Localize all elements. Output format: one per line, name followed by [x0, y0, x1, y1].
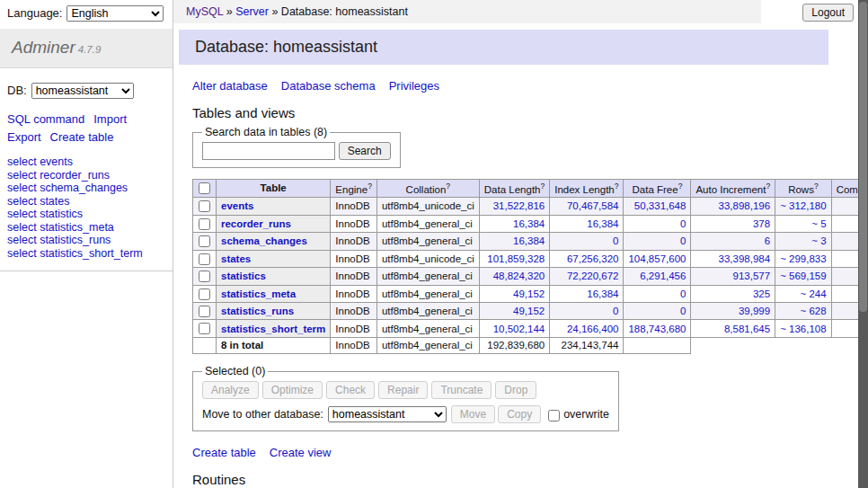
data-length-link[interactable]: 49,152: [513, 306, 545, 316]
repair-button[interactable]: Repair: [378, 381, 428, 399]
brand-version[interactable]: 4.7.9: [78, 44, 102, 55]
data-free-link[interactable]: 0: [680, 306, 686, 316]
brand-name[interactable]: Adminer: [12, 38, 75, 57]
sql-command-link[interactable]: SQL command: [7, 112, 84, 126]
drop-button[interactable]: Drop: [495, 381, 536, 399]
data-free-link[interactable]: 0: [680, 288, 686, 299]
select-link-statistics_meta[interactable]: select: [7, 221, 37, 234]
rows-count-link[interactable]: ~ 5: [811, 218, 826, 229]
auto-increment-link[interactable]: 33,398,984: [719, 253, 771, 264]
data-free-link[interactable]: 0: [680, 235, 686, 246]
privileges-link[interactable]: Privileges: [389, 79, 439, 93]
row-checkbox-schema_changes[interactable]: [199, 235, 210, 247]
move-db-select[interactable]: homeassistant: [328, 406, 447, 422]
data-length-link[interactable]: 101,859,328: [487, 253, 545, 264]
index-length-link[interactable]: 70,467,584: [567, 200, 619, 211]
index-length-link[interactable]: 24,166,400: [567, 324, 619, 334]
table-link-states[interactable]: states: [40, 195, 69, 208]
row-checkbox-events[interactable]: [199, 200, 210, 212]
table-link-statistics_meta[interactable]: statistics_meta: [40, 221, 114, 234]
help-sup[interactable]: ?: [368, 182, 372, 191]
optimize-button[interactable]: Optimize: [262, 381, 323, 399]
data-free-link[interactable]: 6,291,456: [640, 271, 686, 281]
select-link-events[interactable]: select: [7, 155, 37, 168]
scrollbar-thumb[interactable]: [859, 2, 867, 312]
index-length-link[interactable]: 16,384: [587, 218, 618, 229]
create-view-link[interactable]: Create view: [270, 446, 332, 459]
rows-count-link[interactable]: ~ 312,180: [780, 200, 826, 211]
table-link-events[interactable]: events: [40, 155, 73, 168]
select-link-schema_changes[interactable]: select: [7, 182, 37, 194]
select-link-statistics_runs[interactable]: select: [7, 234, 37, 246]
index-length-link[interactable]: 72,220,672: [567, 271, 619, 281]
overwrite-option[interactable]: overwrite: [547, 408, 609, 421]
rows-count-link[interactable]: ~ 299,833: [780, 253, 826, 264]
index-length-link[interactable]: 16,384: [587, 288, 618, 299]
rows-count-link[interactable]: ~ 136,108: [780, 324, 826, 334]
auto-increment-link[interactable]: 33,898,196: [719, 200, 771, 211]
help-sup[interactable]: ?: [540, 182, 545, 191]
breadcrumb-link-mysql[interactable]: MySQL: [186, 5, 223, 18]
table-link-statistics_runs[interactable]: statistics_runs: [40, 234, 111, 246]
breadcrumb-link-server[interactable]: Server: [235, 5, 269, 18]
row-checkbox-statistics_meta[interactable]: [199, 288, 210, 300]
import-link[interactable]: Import: [93, 112, 127, 126]
table-link-schema_changes[interactable]: schema_changes: [40, 182, 128, 194]
check-button[interactable]: Check: [326, 381, 375, 399]
data-free-link[interactable]: 188,743,680: [628, 324, 686, 334]
row-checkbox-statistics_short_term[interactable]: [199, 323, 210, 334]
overwrite-checkbox[interactable]: [548, 410, 560, 421]
table-name-link-recorder_runs[interactable]: recorder_runs: [221, 218, 291, 229]
table-link-recorder_runs[interactable]: recorder_runs: [40, 169, 110, 182]
table-name-link-statistics_runs[interactable]: statistics_runs: [221, 306, 294, 316]
help-sup[interactable]: ?: [446, 182, 450, 191]
data-free-link[interactable]: 50,331,648: [634, 200, 686, 211]
data-length-link[interactable]: 48,824,320: [493, 271, 545, 281]
help-sup[interactable]: ?: [615, 182, 619, 191]
select-link-statistics_short_term[interactable]: select: [7, 247, 37, 260]
analyze-button[interactable]: Analyze: [202, 381, 259, 399]
row-checkbox-statistics_runs[interactable]: [199, 306, 210, 317]
alter-database-link[interactable]: Alter database: [192, 79, 268, 93]
auto-increment-link[interactable]: 325: [753, 288, 770, 299]
auto-increment-link[interactable]: 913,577: [733, 271, 771, 281]
index-length-link[interactable]: 0: [613, 306, 618, 316]
language-select[interactable]: English: [66, 5, 164, 22]
index-length-link[interactable]: 0: [613, 235, 618, 246]
table-link-statistics[interactable]: statistics: [40, 208, 83, 220]
copy-button[interactable]: Copy: [498, 405, 541, 423]
search-button[interactable]: Search: [339, 142, 391, 160]
search-input[interactable]: [202, 142, 335, 160]
create-table-link[interactable]: Create table: [192, 446, 256, 459]
truncate-button[interactable]: Truncate: [431, 381, 492, 399]
data-length-link[interactable]: 31,522,816: [493, 200, 545, 211]
move-button[interactable]: Move: [451, 405, 495, 423]
select-link-states[interactable]: select: [7, 195, 37, 208]
table-name-link-statistics_short_term[interactable]: statistics_short_term: [221, 324, 325, 334]
help-sup[interactable]: ?: [766, 182, 770, 191]
database-schema-link[interactable]: Database schema: [281, 79, 376, 93]
select-link-recorder_runs[interactable]: select: [7, 169, 37, 182]
auto-increment-link[interactable]: 39,999: [739, 306, 770, 316]
row-checkbox-states[interactable]: [199, 253, 210, 265]
table-name-link-schema_changes[interactable]: schema_changes: [221, 235, 307, 246]
scrollbar[interactable]: [858, 0, 868, 488]
data-length-link[interactable]: 49,152: [513, 288, 545, 299]
auto-increment-link[interactable]: 6: [765, 235, 770, 246]
auto-increment-link[interactable]: 8,581,645: [724, 324, 770, 334]
table-name-link-statistics[interactable]: statistics: [221, 271, 266, 281]
row-checkbox-statistics[interactable]: [199, 271, 210, 282]
export-link[interactable]: Export: [7, 130, 41, 144]
data-free-link[interactable]: 0: [680, 218, 686, 229]
help-sup[interactable]: ?: [814, 182, 819, 191]
db-select[interactable]: homeassistant: [31, 83, 134, 99]
help-sup[interactable]: ?: [678, 182, 683, 191]
row-checkbox-recorder_runs[interactable]: [199, 218, 210, 230]
rows-count-link[interactable]: ~ 244: [801, 288, 827, 299]
data-length-link[interactable]: 16,384: [513, 218, 545, 229]
table-link-statistics_short_term[interactable]: statistics_short_term: [40, 247, 143, 260]
rows-count-link[interactable]: ~ 3: [811, 235, 826, 246]
index-length-link[interactable]: 67,256,320: [567, 253, 619, 264]
data-length-link[interactable]: 10,502,144: [493, 324, 545, 334]
create-table-link[interactable]: Create table: [50, 130, 114, 144]
